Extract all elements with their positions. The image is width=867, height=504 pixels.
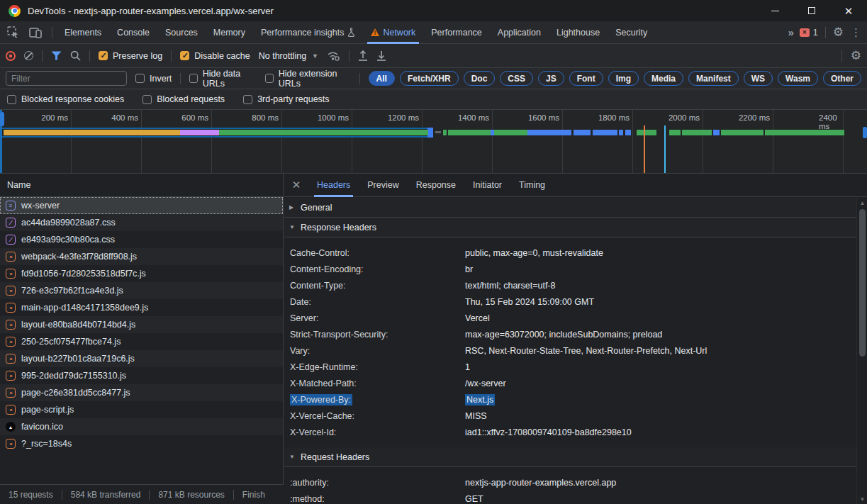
header-row[interactable]: Cache-Control:public, max-age=0, must-re… bbox=[284, 245, 856, 261]
clear-network-log-button[interactable] bbox=[24, 51, 33, 60]
scrollbar-thumb[interactable] bbox=[859, 209, 866, 357]
request-row[interactable]: ‹›726-e3c97b62f1ca4e3d.js bbox=[0, 282, 283, 299]
filter-pill-ws[interactable]: WS bbox=[744, 71, 773, 86]
network-settings-gear-icon[interactable]: ⚙ bbox=[851, 50, 861, 62]
header-row[interactable]: Content-Encoding:br bbox=[284, 261, 856, 277]
tab-security[interactable]: Security bbox=[608, 21, 655, 44]
filter-pill-css[interactable]: CSS bbox=[500, 71, 533, 86]
filter-pill-img[interactable]: Img bbox=[608, 71, 639, 86]
network-conditions-icon[interactable] bbox=[327, 50, 340, 61]
overview-right-grip-handle[interactable] bbox=[863, 127, 867, 138]
header-row[interactable]: Strict-Transport-Security:max-age=630720… bbox=[284, 326, 856, 342]
header-name: Content-Type: bbox=[284, 281, 465, 291]
hide-extension-urls-checkbox[interactable]: Hide extension URLs bbox=[265, 69, 351, 89]
details-tab-timing[interactable]: Timing bbox=[510, 174, 554, 197]
request-row[interactable]: ‹›page-script.js bbox=[0, 401, 283, 418]
filter-pill-js[interactable]: JS bbox=[538, 71, 564, 86]
blocked-requests-checkbox[interactable]: Blocked requests bbox=[142, 94, 225, 104]
request-row[interactable]: ‹›webpack-4e3fe3f78d8ff908.js bbox=[0, 248, 283, 265]
header-row[interactable]: X-Vercel-Id:iad1::xffvz-1708009740109-ba… bbox=[284, 424, 856, 440]
request-row[interactable]: ‹›layout-e80ba8d4b0714bd4.js bbox=[0, 316, 283, 333]
details-tab-headers[interactable]: Headers bbox=[308, 174, 359, 197]
header-row[interactable]: :method:GET bbox=[284, 491, 856, 504]
header-row[interactable]: Date:Thu, 15 Feb 2024 15:09:00 GMT bbox=[284, 293, 856, 310]
preserve-log-checkbox[interactable]: Preserve log bbox=[99, 51, 162, 61]
issues-counter[interactable]: ✕ 1 bbox=[800, 28, 818, 38]
header-row[interactable]: :authority:nextjs-app-router-examples.ve… bbox=[284, 474, 856, 491]
export-har-icon[interactable] bbox=[376, 50, 386, 61]
tab-console[interactable]: Console bbox=[109, 21, 157, 44]
filter-pill-font[interactable]: Font bbox=[569, 71, 603, 86]
header-row[interactable]: Content-Type:text/html; charset=utf-8 bbox=[284, 277, 856, 293]
filter-pill-all[interactable]: All bbox=[369, 71, 395, 86]
more-tabs-icon[interactable]: » bbox=[788, 26, 792, 38]
inspect-element-icon[interactable] bbox=[7, 26, 19, 38]
filter-pill-fetch-xhr[interactable]: Fetch/XHR bbox=[400, 71, 459, 86]
import-har-icon[interactable] bbox=[358, 50, 368, 61]
request-row[interactable]: ‹›layout-b227b01c8aa719c6.js bbox=[0, 350, 283, 367]
filter-pill-doc[interactable]: Doc bbox=[464, 71, 496, 86]
header-row[interactable]: X-Vercel-Cache:MISS bbox=[284, 408, 856, 424]
tab-performance-insights[interactable]: Performance insights bbox=[253, 21, 363, 44]
request-row[interactable]: ⁄ac44da9899028a87.css bbox=[0, 214, 283, 231]
blocked-response-cookies-checkbox[interactable]: Blocked response cookies bbox=[7, 94, 124, 104]
request-row[interactable]: ≡wx-server bbox=[0, 197, 283, 214]
header-row[interactable]: X-Powered-By:Next.js bbox=[284, 391, 856, 408]
tab-performance[interactable]: Performance bbox=[423, 21, 490, 44]
invert-checkbox[interactable]: Invert bbox=[135, 74, 172, 84]
request-headers-section-header[interactable]: ▼Request Headers bbox=[284, 447, 856, 467]
filter-pill-other[interactable]: Other bbox=[823, 71, 861, 86]
request-row[interactable]: ‹›?_rsc=18s4s bbox=[0, 435, 283, 452]
tab-lighthouse[interactable]: Lighthouse bbox=[549, 21, 608, 44]
network-overview-timeline[interactable]: 200 ms400 ms600 ms800 ms1000 ms1200 ms14… bbox=[0, 110, 867, 174]
close-details-icon[interactable]: ✕ bbox=[284, 179, 308, 191]
overview-window-right-handle[interactable] bbox=[427, 128, 433, 138]
filter-pill-wasm[interactable]: Wasm bbox=[778, 71, 818, 86]
menu-dots-icon[interactable]: ⋮ bbox=[851, 26, 861, 39]
3rd-party-requests-checkbox[interactable]: 3rd-party requests bbox=[243, 94, 329, 104]
tab-application[interactable]: Application bbox=[490, 21, 549, 44]
record-network-log-button[interactable] bbox=[6, 51, 16, 61]
hide-data-urls-checkbox[interactable]: Hide data URLs bbox=[189, 69, 257, 89]
tab-sources[interactable]: Sources bbox=[157, 21, 206, 44]
tab-elements[interactable]: Elements bbox=[57, 21, 109, 44]
header-row[interactable]: X-Matched-Path:/wx-server bbox=[284, 375, 856, 391]
throttling-dropdown[interactable]: No throttling ▼ bbox=[259, 51, 318, 61]
filter-pill-media[interactable]: Media bbox=[644, 71, 683, 86]
header-name: Content-Encoding: bbox=[284, 264, 465, 274]
tab-network[interactable]: Network bbox=[363, 21, 423, 44]
header-value: public, max-age=0, must-revalidate bbox=[465, 248, 603, 258]
scroll-up-icon[interactable]: ▲ bbox=[857, 198, 867, 208]
request-row[interactable]: ⁄e8493a99c30b80ca.css bbox=[0, 231, 283, 248]
tab-memory[interactable]: Memory bbox=[206, 21, 253, 44]
filter-funnel-icon[interactable] bbox=[51, 51, 62, 60]
minimize-button[interactable] bbox=[756, 0, 793, 21]
header-row[interactable]: Server:Vercel bbox=[284, 310, 856, 326]
request-row[interactable]: ‹›250-25cf075477fbce74.js bbox=[0, 333, 283, 350]
request-row[interactable]: ▲favicon.ico bbox=[0, 418, 283, 435]
request-row[interactable]: ‹›fd9d1056-7d280253518d5f7c.js bbox=[0, 265, 283, 282]
overview-left-grip-handle[interactable] bbox=[0, 112, 4, 126]
details-tab-preview[interactable]: Preview bbox=[359, 174, 407, 197]
details-tab-response[interactable]: Response bbox=[408, 174, 464, 197]
filter-input[interactable] bbox=[6, 71, 127, 86]
header-row[interactable]: X-Edge-Runtime:1 bbox=[284, 359, 856, 375]
response-headers-section-header[interactable]: ▼Response Headers bbox=[284, 218, 856, 237]
details-tab-initiator[interactable]: Initiator bbox=[464, 174, 510, 197]
details-scrollbar[interactable]: ▲ ▼ bbox=[856, 198, 867, 504]
disable-cache-checkbox[interactable]: Disable cache bbox=[180, 51, 250, 61]
header-row[interactable]: Vary:RSC, Next-Router-State-Tree, Next-R… bbox=[284, 342, 856, 359]
settings-gear-icon[interactable]: ⚙ bbox=[833, 26, 844, 38]
maximize-button[interactable] bbox=[793, 0, 830, 21]
scroll-down-icon[interactable]: ▼ bbox=[857, 494, 867, 504]
request-row[interactable]: ‹›995-2dedd79dc7155310.js bbox=[0, 367, 283, 384]
close-button[interactable]: ✕ bbox=[830, 0, 867, 21]
search-icon[interactable] bbox=[70, 50, 81, 61]
request-row[interactable]: ‹›page-c26e381dd5cc8477.js bbox=[0, 384, 283, 401]
device-toolbar-icon[interactable] bbox=[29, 27, 42, 38]
header-value: iad1::xffvz-1708009740109-ba8dfe298e10 bbox=[465, 427, 632, 437]
general-section-header[interactable]: ▶General bbox=[284, 198, 856, 218]
request-row[interactable]: ‹›main-app-d148c4171358dee9.js bbox=[0, 299, 283, 316]
filter-pill-manifest[interactable]: Manifest bbox=[688, 71, 739, 86]
name-column-header[interactable]: Name bbox=[0, 174, 283, 197]
